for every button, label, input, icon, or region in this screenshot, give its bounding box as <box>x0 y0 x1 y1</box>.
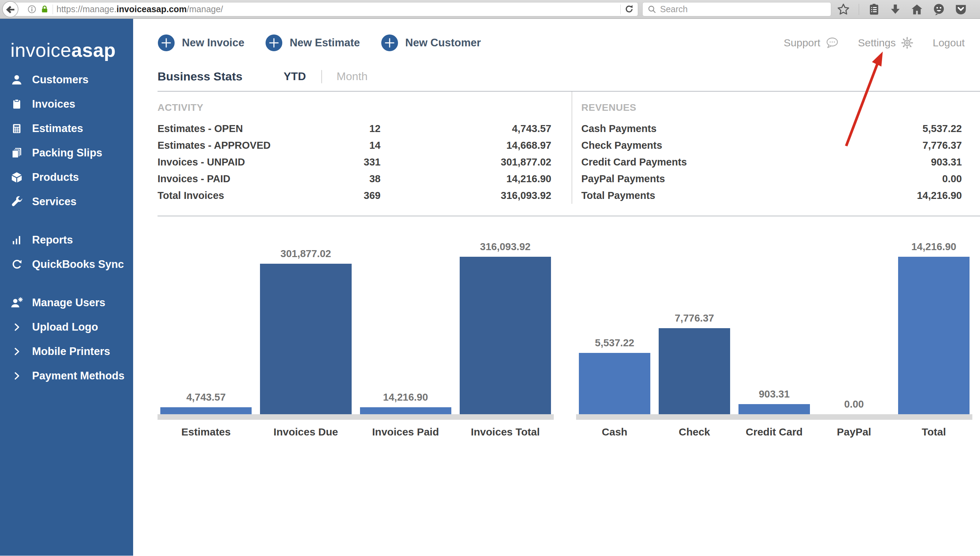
url-separator <box>53 5 53 14</box>
page-info-icon[interactable] <box>27 5 37 14</box>
sidebar: invoiceasap Customers Invoices Estimates <box>0 19 133 556</box>
person-icon <box>10 74 23 86</box>
chat-bubble-icon <box>825 37 839 49</box>
browser-search[interactable] <box>642 2 831 16</box>
category-label-check: Check <box>659 426 730 438</box>
stacked-sheets-icon <box>10 147 23 159</box>
table-row: PayPal Payments 0.00 <box>581 170 962 187</box>
back-arrow-icon <box>5 4 16 15</box>
tab-month[interactable]: Month <box>336 70 368 83</box>
bar-value-label: 301,877.02 <box>281 248 331 260</box>
main-content: New Invoice New Estimate New Customer <box>133 19 980 556</box>
table-row: Estimates - APPROVED 14 14,668.97 <box>157 137 551 154</box>
sidebar-item-mobile-printers[interactable]: Mobile Printers <box>0 339 133 364</box>
bar-invoices-total: 316,093.92 <box>460 241 551 414</box>
url-bar[interactable]: https://manage.invoiceasap.com/manage/ <box>14 2 638 16</box>
bar-chart-icon <box>10 234 23 246</box>
category-label-invoices-paid: Invoices Paid <box>360 426 451 438</box>
category-label-invoices-due: Invoices Due <box>260 426 351 438</box>
reading-list-icon[interactable] <box>868 3 880 16</box>
category-label-cash: Cash <box>579 426 650 438</box>
sidebar-item-label: Reports <box>32 234 73 246</box>
table-row: Cash Payments 5,537.22 <box>581 120 962 137</box>
sidebar-item-label: Customers <box>32 73 89 86</box>
sidebar-item-label: QuickBooks Sync <box>32 258 124 271</box>
settings-link[interactable]: Settings <box>858 36 914 50</box>
sidebar-item-customers[interactable]: Customers <box>0 68 133 92</box>
chevron-right-icon <box>10 346 23 357</box>
invoices-chart: 4,743.57301,877.0214,216.90316,093.92 Es… <box>157 238 554 438</box>
reload-icon[interactable] <box>624 4 634 14</box>
logout-link[interactable]: Logout <box>933 37 965 49</box>
bar-invoices-paid: 14,216.90 <box>360 391 451 414</box>
bar-value-label: 0.00 <box>844 399 864 410</box>
sidebar-item-payment-methods[interactable]: Payment Methods <box>0 364 133 388</box>
settings-label: Settings <box>858 37 896 49</box>
sidebar-item-manage-users[interactable]: Manage Users <box>0 291 133 315</box>
back-button[interactable] <box>2 1 18 18</box>
revenues-table: REVENUES Cash Payments 5,537.22 Check Pa… <box>572 92 980 204</box>
sidebar-item-label: Services <box>32 196 77 208</box>
sidebar-item-reports[interactable]: Reports <box>0 228 133 252</box>
sidebar-item-estimates[interactable]: Estimates <box>0 116 133 141</box>
new-estimate-button[interactable]: New Estimate <box>265 34 360 52</box>
support-label: Support <box>784 37 820 49</box>
new-customer-button[interactable]: New Customer <box>381 34 481 52</box>
plus-circle-icon <box>157 34 175 52</box>
business-stats-bar-charts: 4,743.57301,877.0214,216.90316,093.92 Es… <box>133 217 980 438</box>
search-icon <box>647 5 657 14</box>
bar-invoices-due: 301,877.02 <box>260 248 351 414</box>
pocket-icon[interactable] <box>954 3 967 16</box>
bar-rect-invoices-due <box>260 264 351 414</box>
bar-value-label: 14,216.90 <box>911 241 956 252</box>
search-input[interactable] <box>660 4 826 14</box>
bar-value-label: 903.31 <box>759 388 790 400</box>
table-row: Invoices - UNPAID 331 301,877.02 <box>157 154 551 170</box>
bar-rect-cash <box>579 353 650 414</box>
category-label-total: Total <box>898 426 970 438</box>
sidebar-item-services[interactable]: Services <box>0 189 133 214</box>
bar-value-label: 4,743.57 <box>186 391 226 403</box>
new-estimate-label: New Estimate <box>289 37 360 49</box>
sidebar-item-label: Invoices <box>32 98 75 110</box>
sidebar-item-invoices[interactable]: Invoices <box>0 92 133 116</box>
table-row: Estimates - OPEN 12 4,743.57 <box>157 120 551 137</box>
payments-chart: 5,537.227,776.37903.310.0014,216.90 Cash… <box>576 238 972 438</box>
secure-lock-icon <box>40 5 49 14</box>
sidebar-item-products[interactable]: Products <box>0 165 133 189</box>
tab-ytd[interactable]: YTD <box>284 70 306 83</box>
new-invoice-button[interactable]: New Invoice <box>157 34 244 52</box>
downloads-icon[interactable] <box>889 3 902 16</box>
table-row: Total Payments 14,216.90 <box>581 187 962 204</box>
chevron-right-icon <box>10 371 23 381</box>
new-customer-label: New Customer <box>405 37 481 49</box>
table-row: Check Payments 7,776.37 <box>581 137 962 154</box>
sidebar-item-quickbooks-sync[interactable]: QuickBooks Sync <box>0 252 133 276</box>
feedback-smiley-icon[interactable] <box>932 3 946 16</box>
bar-value-label: 316,093.92 <box>480 241 530 252</box>
sidebar-item-upload-logo[interactable]: Upload Logo <box>0 315 133 339</box>
bar-check: 7,776.37 <box>659 312 730 414</box>
bookmark-star-icon[interactable] <box>837 3 850 16</box>
sidebar-item-label: Upload Logo <box>32 321 98 333</box>
sidebar-item-label: Products <box>32 171 79 184</box>
logout-label: Logout <box>933 37 965 49</box>
gear-icon <box>901 36 914 50</box>
chart-baseline <box>576 414 972 420</box>
bar-rect-invoices-paid <box>360 407 451 414</box>
home-icon[interactable] <box>910 3 923 16</box>
bar-credit-card: 903.31 <box>739 388 810 414</box>
table-row: Invoices - PAID 38 14,216.90 <box>157 170 551 187</box>
bar-value-label: 5,537.22 <box>595 337 634 349</box>
sync-icon <box>10 259 23 270</box>
app-logo[interactable]: invoiceasap <box>0 19 133 68</box>
bar-total: 14,216.90 <box>898 241 970 414</box>
sidebar-item-label: Manage Users <box>32 296 105 309</box>
tab-divider <box>321 70 322 83</box>
utility-links: Support Settings <box>765 36 965 50</box>
support-link[interactable]: Support <box>784 37 839 49</box>
chart-baseline <box>157 414 554 420</box>
sidebar-item-packing-slips[interactable]: Packing Slips <box>0 141 133 165</box>
bar-cash: 5,537.22 <box>579 337 650 414</box>
table-row: Credit Card Payments 903.31 <box>581 154 962 170</box>
